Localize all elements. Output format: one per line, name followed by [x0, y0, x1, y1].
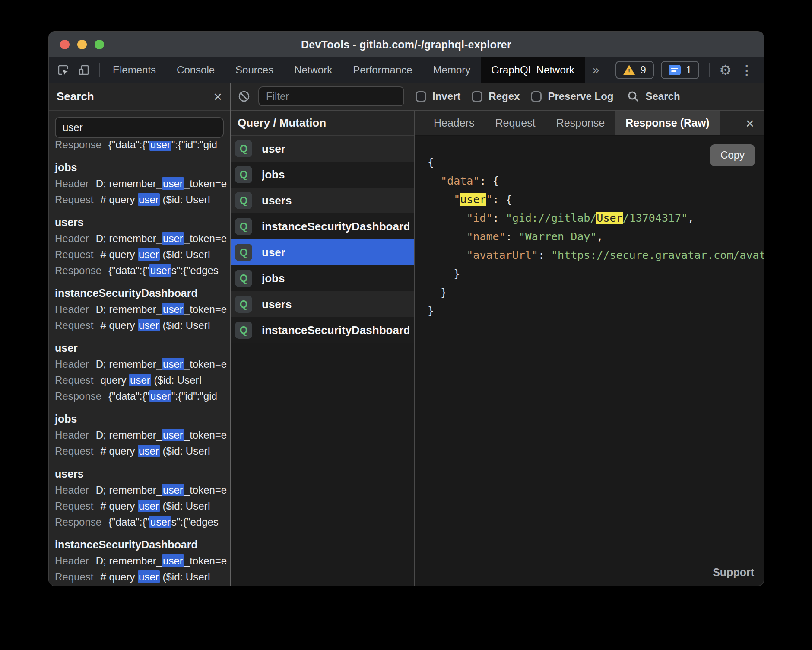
result-text: ":{"id":"gid — [171, 390, 217, 402]
result-line[interactable]: Response{"data":{"users":{"edges — [55, 514, 230, 530]
detail-tab-response-raw[interactable]: Response (Raw) — [615, 111, 720, 135]
messages-badge[interactable]: 1 — [661, 61, 699, 79]
query-row-user[interactable]: Quser — [231, 239, 414, 265]
filter-checkbox-preserve-log[interactable]: Preserve Log — [531, 90, 613, 102]
checkbox-icon — [416, 91, 426, 102]
devtools-tab-console[interactable]: Console — [166, 57, 225, 83]
support-link[interactable]: Support — [713, 566, 754, 579]
devtools-tab-elements[interactable]: Elements — [102, 57, 166, 83]
search-result-section[interactable]: instanceSecurityDashboardHeaderD; rememb… — [55, 285, 230, 333]
result-line[interactable]: Request# query user ($id: UserI — [55, 191, 230, 207]
result-line[interactable]: Response{"data":{"user":{"id":"gid — [55, 388, 230, 404]
result-line-content: # query user ($id: UserI — [100, 570, 210, 583]
result-line[interactable]: HeaderD; remember_user_token=e — [55, 301, 230, 317]
result-line[interactable]: Response{"data":{"users":{"edges — [55, 262, 230, 278]
json-token: : { — [479, 175, 499, 187]
devtools-tab-memory[interactable]: Memory — [423, 57, 481, 83]
result-line[interactable]: Request# query user ($id: UserI — [55, 443, 230, 459]
query-row-instanceSecurityDashboard[interactable]: QinstanceSecurityDashboard — [231, 317, 414, 343]
search-result-section[interactable]: usersHeaderD; remember_user_token=eReque… — [55, 466, 230, 530]
query-badge-icon: Q — [235, 322, 252, 339]
search-input[interactable] — [55, 117, 224, 138]
result-line[interactable]: HeaderD; remember_user_token=e — [55, 230, 230, 246]
json-token: " — [454, 193, 460, 206]
search-result-section[interactable]: jobsHeaderD; remember_user_token=eReques… — [55, 411, 230, 459]
search-result-section[interactable]: userHeaderD; remember_user_token=eReques… — [55, 340, 230, 404]
devtools-tab-performance[interactable]: Performance — [343, 57, 422, 83]
result-line[interactable]: Requestquery user ($id: UserI — [55, 372, 230, 388]
result-line[interactable]: HeaderD; remember_user_token=e — [55, 482, 230, 498]
json-token — [428, 249, 466, 261]
result-line-label: Header — [55, 484, 89, 496]
copy-button[interactable]: Copy — [710, 144, 755, 166]
detail-tab-request[interactable]: Request — [485, 111, 546, 135]
device-toolbar-icon[interactable] — [77, 64, 90, 76]
result-text: D; remember_ — [96, 429, 162, 441]
query-row-user[interactable]: Quser — [231, 136, 414, 162]
devtools-tab-graphql-network[interactable]: GraphQL Network — [481, 57, 585, 83]
toolbar-search[interactable]: Search — [627, 90, 680, 102]
result-line[interactable]: HeaderD; remember_user_token=e — [55, 356, 230, 372]
devtools-tab-sources[interactable]: Sources — [225, 57, 284, 83]
search-match-highlight: User — [596, 212, 622, 224]
devtools-window: DevTools - gitlab.com/-/graphql-explorer… — [48, 31, 764, 586]
settings-gear-icon[interactable]: ⚙ — [719, 62, 732, 78]
json-token: } — [428, 268, 460, 280]
query-row-instanceSecurityDashboard[interactable]: QinstanceSecurityDashboard — [231, 213, 414, 239]
json-token: : — [506, 230, 519, 243]
search-panel-close-icon[interactable]: × — [213, 89, 222, 104]
search-match-highlight: user — [162, 232, 184, 245]
result-line-label: Response — [55, 516, 102, 528]
filter-checkbox-invert[interactable]: Invert — [416, 90, 460, 102]
result-line[interactable]: HeaderD; remember_user_token=e — [55, 427, 230, 443]
result-line[interactable]: Request# query user ($id: UserI — [55, 569, 230, 585]
json-token: , — [596, 230, 603, 243]
inspect-element-icon[interactable] — [57, 64, 70, 76]
search-match-highlight: user — [138, 319, 160, 331]
result-line[interactable]: HeaderD; remember_user_token=e — [55, 175, 230, 191]
query-row-jobs[interactable]: Qjobs — [231, 162, 414, 188]
query-row-users[interactable]: Qusers — [231, 291, 414, 317]
devtools-tab-network[interactable]: Network — [284, 57, 343, 83]
checkbox-label: Invert — [432, 90, 460, 102]
kebab-menu-icon[interactable]: ⋮ — [739, 63, 755, 78]
json-line: } — [428, 283, 764, 302]
result-line[interactable]: Request# query user ($id: UserI — [55, 498, 230, 514]
result-line[interactable]: Request# query user ($id: UserI — [55, 246, 230, 262]
filter-input[interactable] — [258, 86, 404, 106]
search-result-section[interactable]: usersHeaderD; remember_user_token=eReque… — [55, 214, 230, 278]
detail-close-icon[interactable]: × — [745, 116, 764, 131]
result-line-label: Response — [55, 141, 102, 150]
result-text: ($id: UserI — [160, 445, 210, 457]
more-tabs-chevron-icon[interactable]: » — [585, 57, 607, 83]
warnings-badge[interactable]: ! 9 — [615, 61, 654, 79]
search-result-partial-line[interactable]: Response{"data":{"user":{"id":"gid — [55, 141, 230, 153]
result-text: _token=e — [184, 303, 227, 315]
search-result-section[interactable]: jobsHeaderD; remember_user_token=eReques… — [55, 159, 230, 207]
detail-tabs: HeadersRequestResponseResponse (Raw) × — [415, 111, 764, 136]
json-token — [428, 212, 466, 224]
block-requests-icon[interactable] — [238, 90, 251, 103]
result-line[interactable]: HeaderD; remember_user_token=e — [55, 553, 230, 569]
result-line[interactable]: Request# query user ($id: UserI — [55, 317, 230, 333]
query-row-jobs[interactable]: Qjobs — [231, 265, 414, 291]
json-token: "https://secure.gravatar.com/avatar — [551, 249, 764, 261]
filter-checkbox-regex[interactable]: Regex — [472, 90, 520, 102]
search-match-highlight: user — [138, 193, 160, 206]
checkbox-label: Regex — [488, 90, 520, 102]
result-line-content: {"data":{"users":{"edges — [108, 264, 219, 277]
detail-tab-headers[interactable]: Headers — [423, 111, 485, 135]
query-row-users[interactable]: Qusers — [231, 188, 414, 213]
json-line: "avatarUrl": "https://secure.gravatar.co… — [428, 246, 764, 264]
json-token: "id" — [466, 212, 492, 224]
query-badge-icon: Q — [235, 192, 252, 209]
result-line-label: Response — [55, 390, 102, 402]
result-text: _token=e — [184, 555, 227, 567]
result-text: _token=e — [184, 233, 227, 244]
search-match-highlight: user — [149, 516, 171, 528]
search-result-section[interactable]: instanceSecurityDashboardHeaderD; rememb… — [55, 537, 230, 585]
search-panel-header: Search × — [49, 83, 230, 111]
detail-tab-response[interactable]: Response — [546, 111, 615, 135]
result-text: _token=e — [184, 484, 227, 496]
query-row-label: user — [262, 246, 285, 259]
